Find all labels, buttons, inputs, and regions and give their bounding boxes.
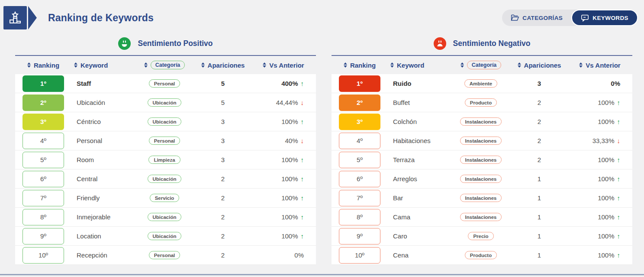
sort-icon[interactable] [344,62,347,68]
rank-cell: 1º [15,75,71,92]
rank-cell: 5º [332,152,388,168]
appearances-cell: 1 [511,213,567,221]
trend-arrow-icon: ↑ [617,175,621,182]
header-vs-anterior[interactable]: Vs Anterior [567,62,632,69]
positive-table-header: Ranking Keyword Categoría Apariciones Vs… [15,56,316,74]
rank-cell: 4º [15,133,71,149]
vs-value: 100% [598,194,614,202]
keyword-cell: Habitaciones [388,137,451,144]
category-cell: Precio [451,232,511,240]
header-ranking[interactable]: Ranking [332,62,388,69]
category-cell: Instalaciones [451,117,511,126]
appearances-cell: 3 [195,118,251,125]
sort-icon[interactable] [263,62,266,68]
rank-badge: 5º [339,152,380,168]
sort-icon[interactable] [144,62,148,68]
category-pill: Personal [149,79,180,88]
rank-badge: 2º [339,95,380,111]
table-row: 6º Central Ubicación 2 100% ↑ [15,169,316,189]
rank-cell: 1º [332,75,388,92]
sort-icon[interactable] [579,62,583,68]
rank-cell: 8º [15,209,71,225]
category-pill: Personal [149,137,180,145]
category-cell: Instalaciones [451,213,511,221]
header-vs-anterior[interactable]: Vs Anterior [251,62,316,69]
vs-anterior-cell: 100% ↑ [567,156,632,163]
appearances-cell: 1 [511,175,567,182]
category-pill: Instalaciones [460,156,502,164]
sad-face-icon [434,37,446,50]
rank-badge: 4º [339,133,380,149]
rank-badge: 1º [339,75,380,92]
vs-value: 100% [598,251,614,259]
sort-icon[interactable] [201,62,205,68]
category-cell: Instalaciones [451,175,511,183]
sort-icon[interactable] [390,62,394,68]
negative-section-title: Sentimiento Negativo [453,39,531,48]
appearances-cell: 2 [195,251,251,259]
header-apariciones[interactable]: Apariciones [511,62,567,69]
rank-badge: 1º [23,75,64,92]
view-toggle: CATEGORÍAS KEYWORDS [502,10,638,26]
appearances-cell: 3 [195,137,251,144]
positive-table-section: Sentimiento Positivo Ranking Keyword Cat… [15,33,316,265]
header-keyword[interactable]: Keyword [71,62,134,69]
vs-anterior-cell: 100% ↑ [251,213,316,221]
rank-badge: 6º [339,171,380,187]
podium-icon [3,6,27,29]
negative-section-header: Sentimiento Negativo [332,36,632,51]
header-categoria[interactable]: Categoría [134,61,195,69]
category-pill: Ambiente [464,79,497,88]
trend-arrow-icon: ↓ [617,137,621,144]
rank-cell: 6º [332,171,388,187]
bottom-divider [0,274,644,275]
vs-anterior-cell: 0% [567,80,632,87]
happy-face-icon [118,37,131,50]
appearances-cell: 5 [195,80,251,87]
vs-value: 100% [598,232,614,240]
table-row: 2º Buffet Producto 2 100% ↑ [332,93,632,112]
appearances-cell: 2 [195,175,251,182]
tab-categorias[interactable]: CATEGORÍAS [502,10,571,26]
header-categoria[interactable]: Categoría [451,61,511,69]
rank-cell: 4º [332,133,388,149]
appearances-cell: 1 [511,232,567,240]
table-row: 7º Bar Instalaciones 1 100% ↑ [332,189,632,208]
sort-icon[interactable] [74,62,77,68]
tab-keywords[interactable]: KEYWORDS [571,10,638,26]
keyword-cell: Friendly [71,194,134,202]
sort-icon[interactable] [518,62,521,68]
vs-value: 100% [598,99,614,106]
rank-badge: 5º [23,152,64,168]
folder-icon [511,14,519,21]
keyword-cell: Colchón [388,118,451,125]
category-cell: Ubicación [134,232,195,240]
table-row: 1º Staff Personal 5 400% ↑ [15,74,316,93]
sort-icon[interactable] [460,62,464,68]
tab-categorias-label: CATEGORÍAS [522,15,563,21]
vs-anterior-cell: 0% [251,251,316,259]
vs-anterior-cell: 44,44% ↓ [251,99,316,106]
trend-arrow-icon: ↑ [301,156,304,163]
category-pill: Limpieza [148,156,180,164]
category-pill: Instalaciones [460,117,502,126]
trend-arrow-icon: ↑ [617,156,621,163]
header-keyword[interactable]: Keyword [388,62,451,69]
keyword-cell: Ubicación [71,99,134,106]
vs-anterior-cell: 100% ↑ [567,213,632,221]
negative-table-body: 1º Ruido Ambiente 3 0% 2º Buffet Product… [332,74,632,265]
trend-arrow-icon: ↑ [301,175,304,182]
top-bar: Ranking de Keywords CATEGORÍAS KEYWORDS [0,0,644,30]
category-pill: Instalaciones [460,175,502,183]
category-cell: Ubicación [134,98,195,107]
rank-cell: 2º [15,95,71,111]
header-apariciones[interactable]: Apariciones [195,62,251,69]
table-row: 10º Cena Producto 1 100% ↑ [332,246,632,265]
keyword-cell: Terraza [388,156,451,163]
table-row: 1º Ruido Ambiente 3 0% [332,74,632,93]
trend-arrow-icon: ↑ [301,213,304,221]
rank-badge: 2º [23,95,64,111]
keyword-cell: Staff [71,80,134,87]
sort-icon[interactable] [27,62,31,68]
header-ranking[interactable]: Ranking [15,62,71,69]
